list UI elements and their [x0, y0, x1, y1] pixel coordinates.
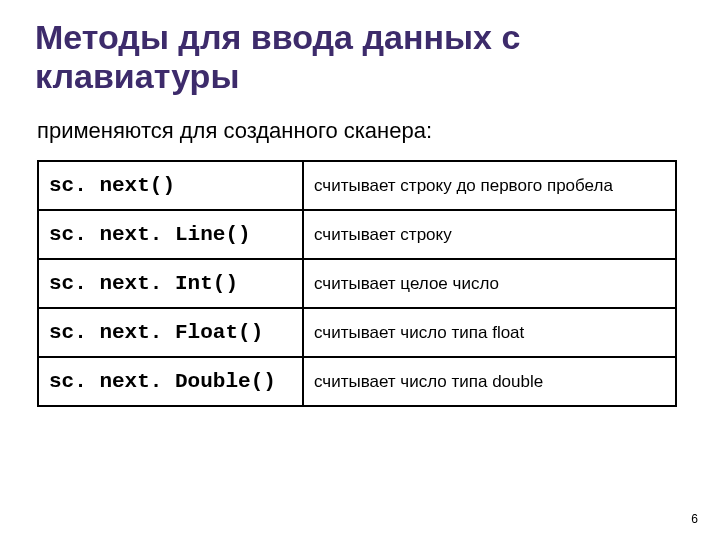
table-row: sc. next. Int() считывает целое число	[38, 259, 676, 308]
method-cell: sc. next. Double()	[38, 357, 303, 406]
table-row: sc. next() считывает строку до первого п…	[38, 161, 676, 210]
table-row: sc. next. Float() считывает число типа f…	[38, 308, 676, 357]
desc-cell: считывает число типа double	[303, 357, 676, 406]
desc-cell: считывает число типа float	[303, 308, 676, 357]
page-number: 6	[691, 512, 698, 526]
method-cell: sc. next()	[38, 161, 303, 210]
slide-subtitle: применяются для созданного сканера:	[37, 118, 685, 144]
table-row: sc. next. Line() считывает строку	[38, 210, 676, 259]
method-cell: sc. next. Line()	[38, 210, 303, 259]
desc-cell: считывает строку до первого пробела	[303, 161, 676, 210]
desc-cell: считывает строку	[303, 210, 676, 259]
table-row: sc. next. Double() считывает число типа …	[38, 357, 676, 406]
methods-table: sc. next() считывает строку до первого п…	[37, 160, 677, 407]
method-cell: sc. next. Float()	[38, 308, 303, 357]
method-cell: sc. next. Int()	[38, 259, 303, 308]
desc-cell: считывает целое число	[303, 259, 676, 308]
slide-title: Методы для ввода данных с клавиатуры	[35, 18, 685, 96]
